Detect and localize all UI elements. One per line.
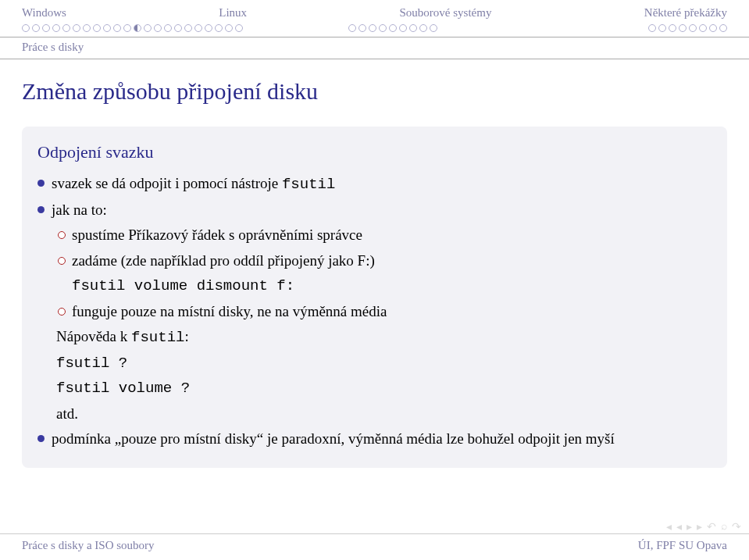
nav-windows[interactable]: Windows	[22, 6, 66, 20]
subbullet-3: funguje pouze na místní disky, ne na vým…	[37, 301, 712, 323]
progress-windows	[22, 24, 243, 32]
command-help-1: fsutil ?	[37, 352, 712, 375]
bullet-2: jak na to:	[37, 199, 712, 222]
footer-right: ÚI, FPF SU Opava	[638, 539, 727, 552]
help-line: Nápověda k fsutil:	[37, 326, 712, 349]
command-dismount: fsutil volume dismount f:	[37, 275, 712, 298]
nav-prev-icon[interactable]: ◂	[676, 520, 682, 533]
progress-bar	[0, 23, 749, 37]
nav-linux[interactable]: Linux	[219, 6, 247, 20]
block-title: Odpojení svazku	[37, 139, 712, 165]
nav-fwd-icon[interactable]: ▸	[697, 520, 702, 533]
command-help-2: fsutil volume ?	[37, 377, 712, 400]
command-help-etc: atd.	[37, 403, 712, 426]
nav-undo-icon[interactable]: ↶	[707, 520, 716, 533]
nav-obstacles[interactable]: Některé překážky	[644, 6, 727, 20]
nav-fs[interactable]: Souborové systémy	[400, 6, 492, 20]
bullet-1: svazek se dá odpojit i pomocí nástroje f…	[37, 173, 712, 196]
beamer-nav-icons[interactable]: ◂ ◂ ▸ ▸ ↶ ⌕ ↷	[666, 520, 741, 533]
slide-title: Změna způsobu připojení disku	[22, 78, 727, 105]
progress-linux	[348, 24, 437, 32]
progress-obstacles	[648, 24, 727, 32]
nav-next-icon[interactable]: ▸	[687, 520, 692, 533]
nav-back-icon[interactable]: ◂	[666, 520, 672, 533]
footer-left: Práce s disky a ISO soubory	[22, 539, 155, 552]
subbullet-2: zadáme (zde například pro oddíl připojen…	[37, 250, 712, 273]
nav-search-icon[interactable]: ⌕	[721, 520, 727, 533]
subsection-label: Práce s disky	[0, 37, 749, 59]
subbullet-1: spustíme Příkazový řádek s oprávněními s…	[37, 224, 712, 247]
bullet-3: podmínka „pouze pro místní disky“ je par…	[37, 428, 712, 451]
content-block: Odpojení svazku svazek se dá odpojit i p…	[22, 127, 727, 468]
nav-redo-icon[interactable]: ↷	[732, 520, 741, 533]
